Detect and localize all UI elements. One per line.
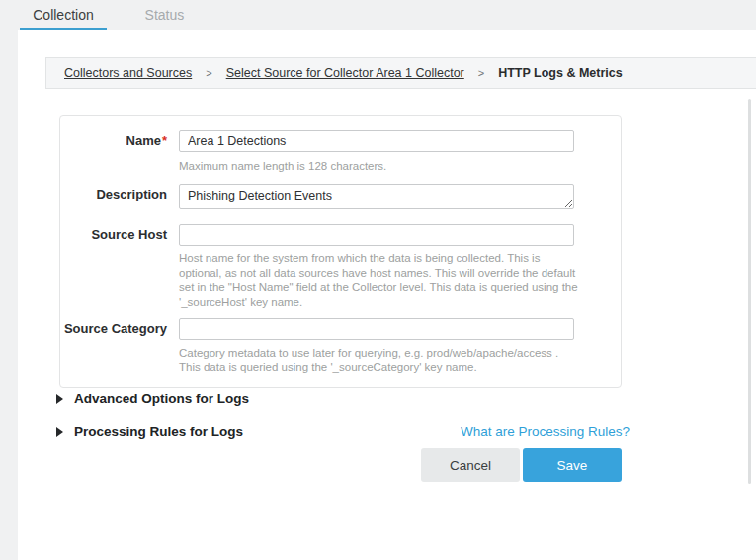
breadcrumb-select-source[interactable]: Select Source for Collector Area 1 Colle… <box>226 66 464 80</box>
collapsed-triangle-icon <box>56 427 63 437</box>
description-input[interactable]: Phishing Detection Events <box>179 184 574 209</box>
tab-status[interactable]: Status <box>121 0 208 30</box>
form-actions: Cancel Save <box>421 448 622 482</box>
advanced-options-label: Advanced Options for Logs <box>74 391 249 406</box>
source-host-input[interactable] <box>179 224 574 246</box>
cancel-button[interactable]: Cancel <box>421 448 520 482</box>
breadcrumb-current-page: HTTP Logs & Metrics <box>498 66 622 80</box>
name-input[interactable] <box>179 130 574 152</box>
source-category-label: Source Category <box>60 318 179 340</box>
name-helper-text: Maximum name length is 128 characters. <box>179 159 578 174</box>
breadcrumb-separator: > <box>206 67 211 79</box>
description-label: Description <box>60 184 179 213</box>
description-row: Description Phishing Detection Events <box>60 184 621 213</box>
source-category-row: Source Category <box>60 318 621 340</box>
source-host-label: Source Host <box>60 224 179 246</box>
tab-collection-label: Collection <box>33 7 93 23</box>
top-tab-bar: Collection Status <box>0 0 756 30</box>
save-button[interactable]: Save <box>523 448 622 482</box>
breadcrumb-collectors-and-sources[interactable]: Collectors and Sources <box>64 66 192 80</box>
tab-status-label: Status <box>145 7 185 23</box>
breadcrumb-separator: > <box>478 67 484 79</box>
advanced-options-toggle[interactable]: Advanced Options for Logs <box>56 391 249 406</box>
name-label: Name* <box>60 130 179 152</box>
required-asterisk: * <box>162 133 167 148</box>
breadcrumb: Collectors and Sources > Select Source f… <box>45 57 756 89</box>
source-host-row: Source Host <box>60 224 621 246</box>
processing-rules-label: Processing Rules for Logs <box>74 424 243 439</box>
collapsed-triangle-icon <box>56 394 63 404</box>
vertical-scrollbar-thumb[interactable] <box>748 99 751 484</box>
processing-rules-toggle[interactable]: Processing Rules for Logs <box>56 424 243 439</box>
source-config-form: Name* Maximum name length is 128 charact… <box>59 115 622 388</box>
tab-collection[interactable]: Collection <box>20 0 107 30</box>
what-are-processing-rules-link[interactable]: What are Processing Rules? <box>461 424 630 439</box>
source-category-input[interactable] <box>179 318 574 340</box>
source-host-helper-text: Host name for the system from which the … <box>179 251 578 310</box>
name-row: Name* <box>60 130 621 152</box>
source-category-helper-text: Category metadata to use later for query… <box>179 346 578 375</box>
